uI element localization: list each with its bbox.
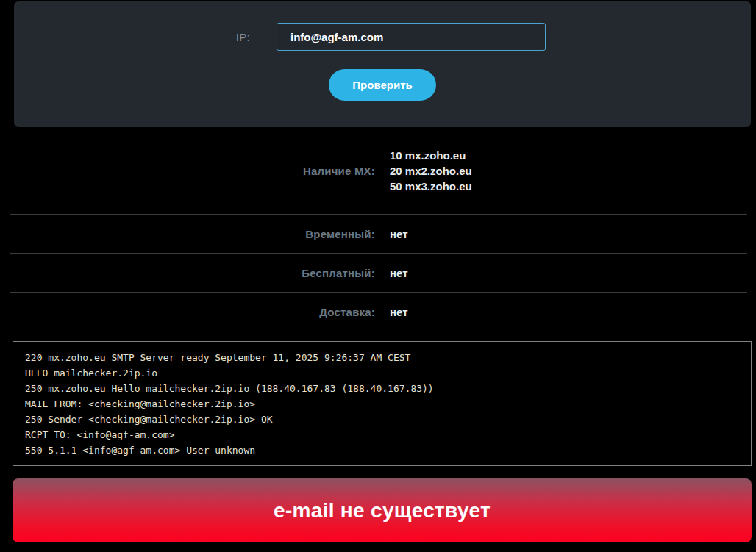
result-row-delivery: Доставка: нет: [0, 293, 756, 331]
email-input-row: IP:: [14, 23, 751, 51]
result-label-delivery: Доставка:: [0, 306, 375, 318]
result-row-mx: Наличие MX: 10 mx.zoho.eu20 mx2.zoho.eu5…: [0, 127, 756, 214]
mx-record: 10 mx.zoho.eu: [390, 148, 472, 163]
result-value-delivery: нет: [390, 304, 408, 320]
result-value-free: нет: [390, 265, 408, 281]
smtp-log-line: RCPT TO: <info@agf-am.com>: [25, 427, 739, 442]
smtp-log-line: 550 5.1.1 <info@agf-am.com> User unknown: [25, 442, 739, 458]
result-row-temporary: Временный: нет: [0, 215, 756, 253]
email-input[interactable]: [277, 23, 546, 51]
result-banner-text: e-mail не существует: [274, 499, 491, 523]
result-label-mx: Наличие MX:: [0, 165, 375, 177]
ip-label: IP:: [14, 31, 250, 43]
result-row-free: Бесплатный: нет: [0, 254, 756, 292]
result-label-free: Бесплатный:: [0, 267, 375, 279]
smtp-log-line: 250 mx.zoho.eu Hello mailchecker.2ip.io …: [25, 381, 739, 396]
smtp-log-box: 220 mx.zoho.eu SMTP Server ready Septemb…: [13, 341, 752, 466]
submit-row: Проверить: [14, 69, 751, 101]
smtp-log-line: 250 Sender <checking@mailchecker.2ip.io>…: [25, 412, 739, 427]
check-button[interactable]: Проверить: [329, 69, 436, 101]
smtp-log-line: 220 mx.zoho.eu SMTP Server ready Septemb…: [25, 350, 739, 365]
results-section: Наличие MX: 10 mx.zoho.eu20 mx2.zoho.eu5…: [0, 127, 756, 331]
smtp-log-line: HELO mailchecker.2ip.io: [25, 365, 739, 381]
smtp-log-line: MAIL FROM: <checking@mailchecker.2ip.io>: [25, 396, 739, 412]
mx-record: 20 mx2.zoho.eu: [390, 163, 472, 179]
result-value-mx: 10 mx.zoho.eu20 mx2.zoho.eu50 mx3.zoho.e…: [390, 148, 472, 194]
result-banner: e-mail не существует: [13, 478, 752, 542]
check-form-panel: IP: Проверить: [14, 1, 751, 127]
mx-record: 50 mx3.zoho.eu: [390, 179, 472, 194]
result-value-temporary: нет: [390, 226, 408, 242]
result-label-temporary: Временный:: [0, 228, 375, 240]
mail-checker-page: IP: Проверить Наличие MX: 10 mx.zoho.eu2…: [0, 1, 756, 552]
